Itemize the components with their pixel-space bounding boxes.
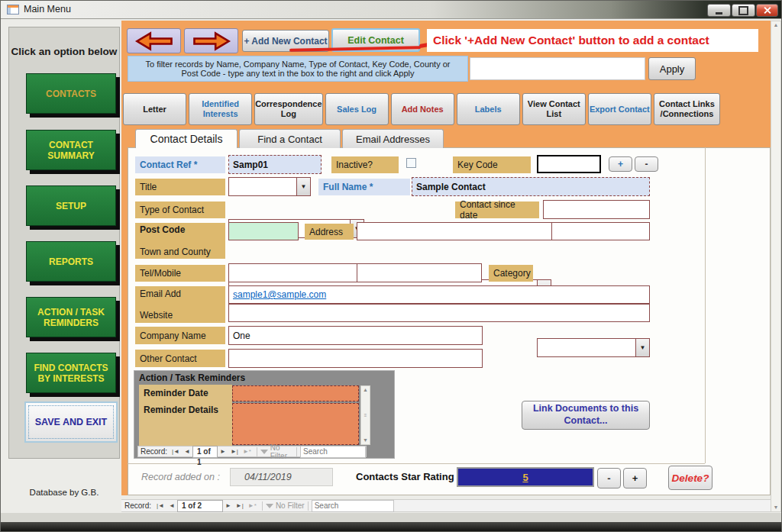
sales-log-button[interactable]: Sales Log (325, 93, 389, 125)
chevron-down-icon[interactable]: ▼ (635, 339, 649, 356)
next-record-icon[interactable]: ► (220, 448, 226, 455)
address-field[interactable] (357, 222, 650, 240)
tab-email-addresses[interactable]: Email Addresses (342, 129, 444, 148)
action-button-row: Letter Identified Interests Corresponden… (123, 93, 720, 125)
maximize-button[interactable] (732, 4, 755, 17)
sidebar-button-setup[interactable]: SETUP (26, 185, 116, 226)
key-code-decrement-button[interactable]: - (635, 156, 658, 172)
close-button[interactable] (756, 4, 778, 17)
reminder-date-label: Reminder Date (144, 388, 208, 398)
first-record-icon[interactable]: |◄ (157, 502, 164, 509)
sidebar-button-contact-summary[interactable]: CONTACT SUMMARY (26, 130, 116, 170)
contact-since-label: Contact since date (455, 202, 539, 218)
minimize-button[interactable] (707, 4, 731, 17)
category-combo[interactable]: ▼ (537, 338, 650, 357)
tel-mobile-label: Tel/Mobile (135, 265, 225, 282)
full-name-label: Full Name * (318, 179, 410, 195)
tab-find-a-contact[interactable]: Find a Contact (239, 129, 341, 148)
first-record-icon[interactable]: |◄ (172, 448, 179, 455)
filter-input[interactable] (470, 57, 645, 80)
scroll-up-icon[interactable]: ▲ (363, 386, 368, 394)
email-add-label: Email Add (140, 289, 181, 299)
correspondence-log-button[interactable]: Correspondence Log (254, 93, 322, 125)
reminder-details-label: Reminder Details (144, 405, 218, 415)
scroll-down-icon[interactable]: ▼ (774, 504, 779, 511)
save-and-exit-button[interactable]: SAVE AND EXIT (24, 401, 118, 443)
sidebar-button-find-contacts-by-interests[interactable]: FIND CONTACTS BY INTERESTS (26, 353, 116, 393)
annotation-text: Click '+Add New Contact' button to add a… (427, 29, 758, 52)
other-contact-field[interactable] (228, 349, 483, 368)
sidebar-button-reports[interactable]: REPORTS (26, 241, 116, 282)
inactive-label: Inactive? (331, 156, 399, 173)
email-link[interactable]: sample1@sample.com (233, 289, 326, 300)
full-name-field[interactable]: Sample Contact (412, 177, 650, 196)
identified-interests-button[interactable]: Identified Interests (189, 93, 252, 125)
last-record-icon[interactable]: ►| (236, 502, 244, 509)
nav-separator (262, 501, 263, 511)
postcode-towncounty-label-block: Post Code Town and County (135, 223, 225, 259)
link-documents-button[interactable]: Link Documents to this Contact... (522, 401, 650, 430)
rating-increment-button[interactable]: + (623, 468, 647, 488)
no-filter-label[interactable]: No Filter (270, 443, 293, 460)
scroll-up-icon[interactable]: ▲ (774, 21, 779, 29)
no-filter-label[interactable]: No Filter (276, 501, 305, 510)
add-notes-button[interactable]: Add Notes (391, 93, 454, 125)
website-label: Website (140, 310, 173, 321)
delete-button[interactable]: Delete? (668, 466, 713, 490)
contact-ref-label: Contact Ref * (135, 156, 225, 173)
sidebar-heading: Click an option below (9, 46, 119, 57)
tel-mobile-field[interactable] (228, 263, 482, 282)
scroll-down-icon[interactable]: ▼ (363, 437, 368, 444)
website-field[interactable] (228, 304, 650, 322)
no-filter-icon (266, 504, 273, 508)
email-field[interactable]: sample1@sample.com (228, 285, 650, 304)
letter-button[interactable]: Letter (123, 93, 186, 125)
email-website-label-block: Email Add Website (135, 286, 225, 323)
new-record-icon[interactable]: ►* (248, 502, 257, 509)
window-bottom-edge (1, 513, 782, 522)
export-contact-button[interactable]: Export Contact (588, 93, 651, 125)
contact-since-field[interactable] (543, 200, 650, 219)
sidebar-button-action-task-reminders[interactable]: ACTION / TASK REMINDERS (26, 297, 116, 337)
bottom-record-navigator: Record: |◄ ◄ 1 of 2 ► ►| ►* No Filter (121, 499, 771, 512)
next-record-arrow-button[interactable] (184, 28, 238, 53)
reminders-record-navigator: Record: |◄ ◄ 1 of 1 ► ►| ►* No Filter (137, 446, 367, 457)
contact-ref-field[interactable]: Samp01 (228, 155, 322, 174)
record-position[interactable]: 1 of 1 (192, 446, 218, 458)
panel-divider-horizontal (128, 463, 705, 464)
record-position[interactable]: 1 of 2 (177, 500, 223, 512)
apply-button[interactable]: Apply (648, 57, 696, 80)
contact-links-connections-button[interactable]: Contact Links /Connections (654, 93, 720, 125)
last-record-icon[interactable]: ►| (231, 448, 238, 455)
record-search-input[interactable] (312, 500, 394, 512)
tab-contact-details[interactable]: Contact Details (135, 129, 238, 148)
key-code-increment-button[interactable]: + (609, 156, 632, 172)
title-combo[interactable]: ▼ (228, 177, 311, 196)
key-code-field[interactable] (537, 155, 601, 173)
rating-decrement-button[interactable]: - (597, 468, 621, 488)
record-added-label: Record added on : (141, 472, 220, 482)
chevron-down-icon[interactable]: ▼ (296, 178, 310, 195)
company-name-field[interactable]: One (228, 326, 483, 345)
previous-record-arrow-button[interactable] (127, 28, 181, 53)
new-record-icon[interactable]: ►* (243, 448, 251, 455)
nav-separator (296, 447, 297, 456)
title-bar: Main Menu (1, 1, 782, 19)
view-contact-list-button[interactable]: View Contact List (522, 93, 586, 125)
reminders-label-block: Reminder Date Reminder Details (139, 385, 232, 446)
reminder-date-field[interactable] (232, 385, 359, 401)
reminders-scrollbar[interactable]: ▲ ≡ ▼ (360, 385, 370, 445)
scrollbar-thumb[interactable]: ≡ (364, 413, 367, 418)
previous-record-icon[interactable]: ◄ (169, 502, 175, 509)
record-label: Record: (124, 501, 151, 510)
labels-button[interactable]: Labels (457, 93, 520, 125)
sidebar-button-contacts[interactable]: CONTACTS (26, 73, 116, 114)
main-vertical-scrollbar[interactable]: ▲ ▼ (771, 21, 781, 512)
post-code-field[interactable] (228, 222, 299, 240)
star-rating-field[interactable]: 5 (457, 467, 594, 487)
reminder-details-field[interactable] (232, 403, 359, 445)
inactive-checkbox[interactable] (406, 158, 416, 168)
reminders-search-input[interactable] (300, 446, 366, 458)
previous-record-icon[interactable]: ◄ (184, 448, 190, 455)
next-record-icon[interactable]: ► (225, 502, 231, 509)
